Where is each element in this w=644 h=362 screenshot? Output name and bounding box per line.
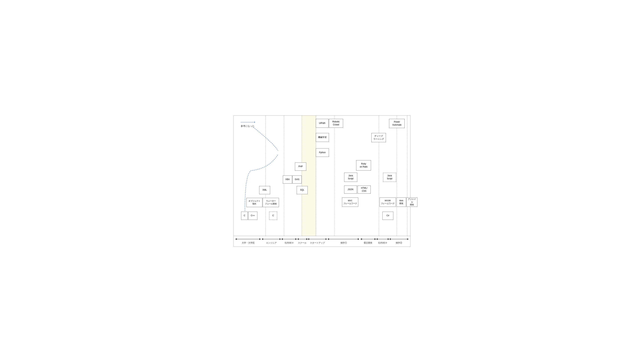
- box-uipath: UiPath: [316, 119, 328, 128]
- box-cpp-lang: C++: [248, 212, 258, 220]
- box-machine-learning: 機械学習: [316, 133, 329, 142]
- arrow-university: [235, 238, 262, 241]
- labels-row: 大学・大学院 エンジニア 社内SE① スクール スタートアップ 独学① 委託開発…: [234, 241, 410, 244]
- arrow-independent2: [389, 238, 409, 241]
- ref-label: 参考になった: [241, 124, 254, 128]
- vline-1: [266, 116, 266, 236]
- box-csharp: C#: [382, 212, 393, 220]
- arrow-se2: [376, 238, 389, 241]
- arrow-university-svg: [235, 238, 262, 241]
- box-javascript2: JavaScript: [383, 173, 396, 182]
- ref-arrow-svg: [241, 121, 255, 123]
- label-independent1: 独学①: [327, 241, 360, 244]
- box-json: JSON: [344, 186, 357, 194]
- arrow-contract: [360, 238, 376, 241]
- box-agile-dev: アジャイル開発: [406, 198, 418, 207]
- svg-marker-1: [254, 121, 255, 123]
- box-php: PHP: [295, 163, 306, 171]
- label-se2: 社内SE②: [376, 241, 389, 244]
- label-startup: スタートアップ: [308, 241, 327, 244]
- label-engineer: エンジニア: [262, 241, 281, 244]
- box-vba: VBA: [283, 175, 292, 184]
- vline-5: [334, 116, 334, 236]
- arrow-se1: [281, 238, 297, 241]
- school-highlight: [302, 116, 316, 236]
- vline-7: [396, 116, 397, 236]
- box-ruby-on-rails: Rubyon Rails: [356, 160, 371, 170]
- box-sql: SQL: [297, 186, 308, 194]
- box-c-lang: C: [241, 212, 248, 220]
- box-html-css: HTML/CSS: [358, 186, 371, 194]
- main-area: 参考になった UiPath RoboticCrowd PowerAutomate…: [234, 116, 410, 236]
- arrow-school: [297, 238, 308, 241]
- box-waterfall: ウォーターフォール開発: [263, 198, 279, 207]
- diagram-container: 参考になった UiPath RoboticCrowd PowerAutomate…: [234, 115, 410, 247]
- ref-arrow-area: [241, 121, 255, 124]
- label-independent2: 独学②: [389, 241, 409, 244]
- box-deep-learning: ディープラーニング: [372, 133, 386, 142]
- box-object-oriented: オブジェクト指向: [246, 198, 262, 207]
- label-school: スクール: [297, 241, 308, 244]
- arrow-engineer: [262, 238, 281, 241]
- arrows-row: [234, 238, 410, 241]
- label-university: 大学・大学院: [235, 241, 262, 244]
- box-robotic-crowd: RoboticCrowd: [329, 119, 343, 128]
- arrow-startup: [308, 238, 327, 241]
- box-power-automate: PowerAutomate: [389, 119, 405, 128]
- box-javascript1: JavaScript: [344, 173, 357, 182]
- box-mvvm-framework: MVVMフレームワーク: [380, 198, 396, 207]
- box-python: Python: [316, 148, 329, 157]
- label-contract: 委託開発: [360, 241, 376, 244]
- box-gas: GAS: [292, 175, 302, 184]
- box-xml: XML: [259, 186, 270, 194]
- timeline-area: 大学・大学院 エンジニア 社内SE① スクール スタートアップ 独学① 委託開発…: [234, 236, 410, 247]
- box-c-dashed: C: [269, 212, 277, 220]
- arrow-independent1: [327, 238, 360, 241]
- label-se1: 社内SE①: [281, 241, 297, 244]
- box-web-dev: Web開発: [396, 198, 406, 207]
- box-mvc-framework: MVCフレームワーク: [342, 198, 358, 207]
